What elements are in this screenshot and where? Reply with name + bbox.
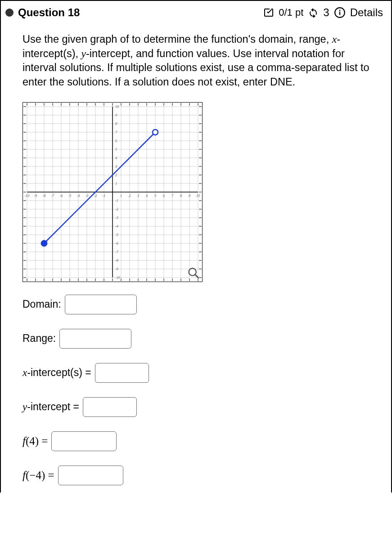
header-left: Question 18 bbox=[5, 6, 80, 19]
zoom-icon[interactable] bbox=[187, 267, 200, 279]
f-of-neg4-label: f(−4) = bbox=[23, 469, 54, 482]
svg-text:-9: -9 bbox=[34, 194, 37, 198]
svg-text:5: 5 bbox=[154, 194, 156, 198]
range-label: Range: bbox=[23, 332, 56, 345]
svg-text:-6: -6 bbox=[60, 194, 63, 198]
svg-text:8: 8 bbox=[115, 122, 117, 126]
range-input[interactable] bbox=[59, 329, 131, 349]
f-of-neg4-input[interactable] bbox=[58, 466, 123, 485]
prompt-part1: Use the given graph of to determine the … bbox=[23, 33, 332, 45]
svg-text:-2: -2 bbox=[94, 194, 97, 198]
svg-text:10: 10 bbox=[115, 105, 119, 109]
svg-text:3: 3 bbox=[137, 194, 139, 198]
svg-text:1: 1 bbox=[120, 194, 122, 198]
details-link[interactable]: Details bbox=[350, 6, 383, 19]
checkbox-icon bbox=[263, 7, 274, 18]
svg-text:-8: -8 bbox=[115, 259, 118, 263]
svg-text:-1: -1 bbox=[103, 194, 106, 198]
svg-text:7: 7 bbox=[171, 194, 174, 198]
prompt-yvar: y bbox=[81, 48, 86, 59]
f-of-4-input[interactable] bbox=[51, 431, 117, 451]
svg-text:-9: -9 bbox=[115, 267, 118, 271]
svg-text:-10: -10 bbox=[25, 194, 30, 198]
svg-text:2: 2 bbox=[115, 173, 117, 177]
svg-text:5: 5 bbox=[115, 148, 117, 152]
svg-text:9: 9 bbox=[115, 113, 117, 117]
attempts-count: 3 bbox=[323, 6, 329, 19]
x-intercept-label: x-intercept(s) = bbox=[23, 367, 91, 379]
svg-text:-5: -5 bbox=[115, 233, 118, 237]
points-text: 0/1 pt bbox=[279, 7, 303, 18]
svg-point-1 bbox=[339, 10, 340, 11]
svg-line-176 bbox=[195, 274, 198, 278]
svg-text:4: 4 bbox=[115, 156, 117, 160]
question-body: Use the given graph of to determine the … bbox=[1, 24, 391, 493]
svg-line-171 bbox=[44, 132, 155, 243]
f-of-4-label: f(4) = bbox=[23, 435, 48, 448]
svg-text:-4: -4 bbox=[77, 194, 80, 198]
svg-text:8: 8 bbox=[180, 194, 182, 198]
svg-text:-6: -6 bbox=[115, 242, 118, 246]
svg-text:-7: -7 bbox=[51, 194, 55, 198]
status-bullet-icon bbox=[5, 9, 14, 17]
svg-text:1: 1 bbox=[115, 182, 117, 186]
svg-text:7: 7 bbox=[115, 130, 117, 134]
question-card: Question 18 0/1 pt 3 Details Use the giv… bbox=[0, 0, 392, 493]
y-intercept-input[interactable] bbox=[83, 397, 137, 417]
svg-text:-3: -3 bbox=[86, 194, 89, 198]
svg-text:-8: -8 bbox=[43, 194, 46, 198]
y-intercept-label: y-intercept = bbox=[23, 401, 79, 413]
question-prompt: Use the given graph of to determine the … bbox=[23, 32, 369, 90]
svg-text:-2: -2 bbox=[115, 207, 118, 211]
svg-text:-3: -3 bbox=[115, 216, 118, 220]
question-header: Question 18 0/1 pt 3 Details bbox=[1, 1, 391, 24]
svg-rect-2 bbox=[339, 12, 340, 15]
svg-point-173 bbox=[153, 130, 158, 135]
svg-text:2: 2 bbox=[129, 194, 131, 198]
svg-text:10: 10 bbox=[196, 194, 200, 198]
svg-text:-1: -1 bbox=[115, 199, 118, 203]
x-intercept-input[interactable] bbox=[95, 363, 149, 383]
f-of-4-row: f(4) = bbox=[23, 431, 369, 451]
svg-text:-10: -10 bbox=[115, 276, 120, 280]
svg-text:6: 6 bbox=[115, 139, 117, 143]
header-right: 0/1 pt 3 Details bbox=[263, 6, 383, 19]
svg-text:9: 9 bbox=[189, 194, 190, 198]
svg-text:-5: -5 bbox=[68, 194, 72, 198]
svg-text:3: 3 bbox=[115, 165, 117, 169]
prompt-xvar: x bbox=[332, 33, 337, 45]
svg-text:6: 6 bbox=[163, 194, 165, 198]
x-intercept-row: x-intercept(s) = bbox=[23, 363, 369, 383]
svg-text:-4: -4 bbox=[115, 224, 118, 228]
svg-point-172 bbox=[41, 240, 47, 246]
domain-row: Domain: bbox=[23, 295, 369, 314]
info-icon[interactable] bbox=[334, 7, 346, 18]
domain-label: Domain: bbox=[23, 298, 61, 310]
f-of-neg4-row: f(−4) = bbox=[23, 466, 369, 485]
svg-text:-7: -7 bbox=[115, 250, 119, 254]
range-row: Range: bbox=[23, 329, 369, 349]
svg-text:4: 4 bbox=[146, 194, 148, 198]
y-intercept-row: y-intercept = bbox=[23, 397, 369, 417]
function-graph: -10-9-8-7-6-5-4-3-2-112345678910-10-9-8-… bbox=[23, 102, 203, 282]
domain-input[interactable] bbox=[65, 295, 137, 314]
question-number: Question 18 bbox=[18, 6, 80, 19]
retry-icon bbox=[308, 7, 319, 18]
